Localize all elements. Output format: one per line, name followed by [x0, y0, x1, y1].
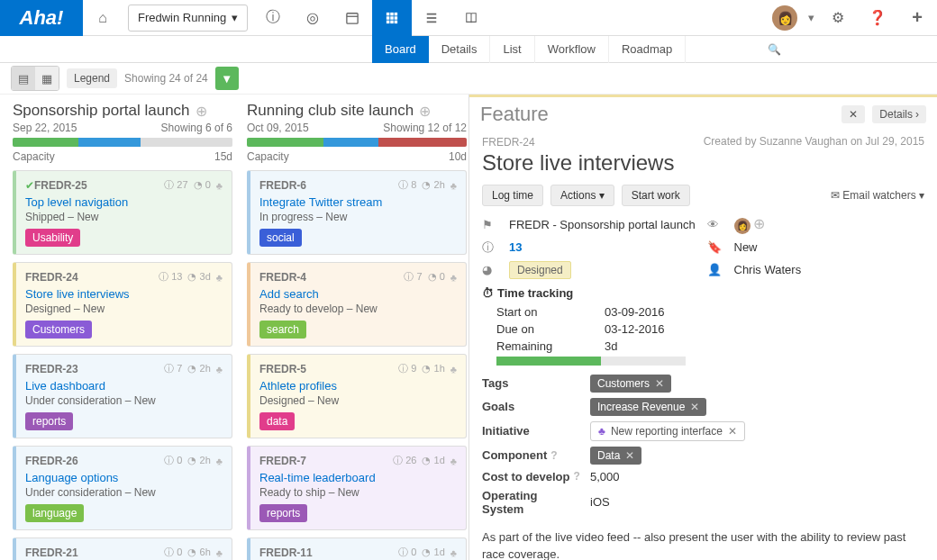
legend-button[interactable]: Legend — [67, 68, 117, 88]
tag-chip[interactable]: Customers✕ — [590, 375, 671, 393]
add-watcher-icon[interactable]: ⊕ — [753, 216, 765, 231]
sitemap-icon[interactable]: ♣ — [450, 180, 457, 191]
calendar-icon[interactable] — [332, 0, 372, 36]
info-icon-2: ⓘ — [482, 239, 502, 256]
feature-card[interactable]: FREDR-23ⓘ 7◔ 2h♣Live dashboardUnder cons… — [13, 354, 232, 438]
workspace-selector[interactable]: Fredwin Running ▾ — [128, 5, 248, 32]
goal-chip[interactable]: Increase Revenue✕ — [590, 398, 706, 416]
sitemap-icon[interactable]: ♣ — [450, 272, 457, 283]
component-chip[interactable]: Data✕ — [590, 447, 641, 465]
email-watchers-button[interactable]: ✉ Email watchers ▾ — [831, 189, 924, 202]
workflow-icon: ◕ — [482, 263, 502, 276]
card-name[interactable]: Live dashboard — [25, 379, 223, 393]
sitemap-icon[interactable]: ♣ — [216, 456, 223, 466]
card-name[interactable]: Store live interviews — [25, 287, 223, 301]
card-tag: Usability — [25, 229, 80, 247]
feature-card[interactable]: FREDR-6ⓘ 8◔ 2h♣Integrate Twitter streamI… — [247, 170, 467, 255]
card-name[interactable]: Athlete profiles — [259, 379, 457, 393]
cost-value[interactable]: 5,000 — [590, 470, 620, 483]
feature-card[interactable]: FREDR-21ⓘ 0◔ 6h♣Highlight tour stagesUnd… — [13, 537, 232, 560]
user-avatar[interactable]: 👩 — [765, 0, 805, 36]
tab-roadmap[interactable]: Roadmap — [609, 36, 686, 63]
book-icon[interactable] — [451, 0, 491, 36]
sitemap-icon[interactable]: ♣ — [450, 547, 457, 558]
view-grid-icon[interactable]: ▦ — [35, 67, 59, 90]
info-icon[interactable]: ⓘ — [253, 0, 293, 36]
home-icon[interactable]: ⌂ — [83, 0, 123, 36]
add-feature-icon[interactable]: ⊕ — [419, 103, 431, 120]
column-title[interactable]: Running club site launch — [247, 102, 414, 120]
card-name[interactable]: Top level navigation — [25, 195, 223, 209]
release-link[interactable]: FREDR - Sponsorship portal launch — [509, 218, 700, 231]
column-showing: Showing 6 of 6 — [161, 122, 232, 134]
feature-card[interactable]: FREDR-24ⓘ 13◔ 3d♣Store live interviewsDe… — [13, 262, 232, 347]
card-name[interactable]: Add search — [259, 287, 457, 301]
tab-workflow[interactable]: Workflow — [535, 36, 609, 63]
card-tag: language — [25, 504, 84, 522]
avatar-caret-icon[interactable]: ▾ — [805, 11, 818, 24]
add-feature-icon[interactable]: ⊕ — [196, 103, 207, 120]
board-columns: Sponsorship portal launch ⊕Sep 22, 2015S… — [0, 95, 468, 560]
card-name[interactable]: Language options — [25, 471, 223, 484]
feature-title[interactable]: Store live interviews — [482, 150, 924, 176]
board-icon[interactable] — [372, 0, 412, 36]
list-icon[interactable] — [412, 0, 451, 36]
gear-icon[interactable]: ⚙ — [818, 0, 858, 36]
start-work-button[interactable]: Start work — [622, 185, 690, 206]
remove-tag-icon[interactable]: ✕ — [655, 377, 664, 390]
due-on-value[interactable]: 03-12-2016 — [605, 322, 924, 336]
sitemap-icon[interactable]: ♣ — [450, 364, 457, 375]
column-title[interactable]: Sponsorship portal launch — [13, 102, 190, 120]
watchers-row[interactable]: 👩 ⊕ — [734, 215, 925, 234]
remaining-value[interactable]: 3d — [605, 339, 924, 353]
search-input[interactable] — [785, 41, 930, 59]
card-ref: FREDR-4 — [259, 271, 404, 284]
remove-goal-icon[interactable]: ✕ — [690, 401, 699, 413]
workflow-status[interactable]: Designed — [509, 261, 571, 279]
sitemap-icon[interactable]: ♣ — [216, 272, 223, 283]
assignee[interactable]: Chris Waters — [734, 263, 925, 276]
close-panel-button[interactable]: ✕ — [841, 105, 865, 123]
logo[interactable]: Aha! — [0, 0, 83, 36]
initiative-chip[interactable]: ♣New reporting interface✕ — [590, 421, 745, 441]
info-metric: ⓘ 13 — [159, 270, 182, 284]
status-new[interactable]: New — [734, 240, 925, 254]
card-name[interactable]: Real-time leaderboard — [259, 471, 457, 484]
sitemap-icon[interactable]: ♣ — [216, 180, 223, 191]
target-icon[interactable]: ◎ — [293, 0, 332, 36]
feature-card[interactable]: FREDR-26ⓘ 0◔ 2h♣Language optionsUnder co… — [13, 446, 232, 530]
log-time-button[interactable]: Log time — [482, 185, 543, 206]
help-icon[interactable]: ? — [574, 470, 580, 483]
start-on-value[interactable]: 03-09-2016 — [605, 305, 924, 319]
feature-card[interactable]: FREDR-4ⓘ 7◔ 0♣Add searchReady to develop… — [247, 262, 467, 347]
panel-details-button[interactable]: Details › — [872, 105, 926, 123]
tab-board[interactable]: Board — [372, 36, 429, 63]
score-link[interactable]: 13 — [509, 240, 700, 254]
remove-initiative-icon[interactable]: ✕ — [728, 425, 737, 438]
card-status: Ready to ship – New — [259, 486, 457, 499]
help-icon[interactable]: ? — [550, 449, 557, 462]
feature-card[interactable]: ✔ FREDR-25ⓘ 27◔ 0♣Top level navigationSh… — [13, 170, 232, 255]
sitemap-icon[interactable]: ♣ — [216, 364, 223, 375]
help-icon[interactable]: ❓ — [858, 0, 897, 36]
os-value[interactable]: iOS — [590, 495, 610, 509]
card-name[interactable]: Integrate Twitter stream — [259, 195, 457, 209]
sitemap-icon[interactable]: ♣ — [450, 456, 457, 466]
view-compact-icon[interactable]: ▤ — [12, 67, 35, 90]
actions-button[interactable]: Actions ▾ — [550, 185, 614, 206]
clock-metric: ◔ 2h — [422, 179, 444, 191]
sitemap-icon[interactable]: ♣ — [216, 547, 223, 558]
tab-details[interactable]: Details — [429, 36, 491, 63]
caret-down-icon: ▾ — [232, 11, 238, 24]
remove-component-icon[interactable]: ✕ — [625, 449, 634, 462]
feature-card[interactable]: FREDR-5ⓘ 9◔ 1h♣Athlete profilesDesigned … — [247, 354, 467, 438]
feature-description[interactable]: As part of the live video feed -- also p… — [482, 528, 924, 561]
add-icon[interactable]: + — [897, 0, 937, 36]
feature-card[interactable]: FREDR-11ⓘ 0◔ 1d♣Fan photos of the day — [247, 537, 467, 560]
svg-rect-9 — [391, 20, 395, 23]
card-status: Shipped – New — [25, 211, 223, 223]
feature-card[interactable]: FREDR-7ⓘ 26◔ 1d♣Real-time leaderboardRea… — [247, 446, 467, 530]
card-ref: FREDR-23 — [25, 363, 164, 375]
filter-button[interactable]: ▼ — [215, 67, 239, 90]
tab-list[interactable]: List — [490, 36, 534, 63]
